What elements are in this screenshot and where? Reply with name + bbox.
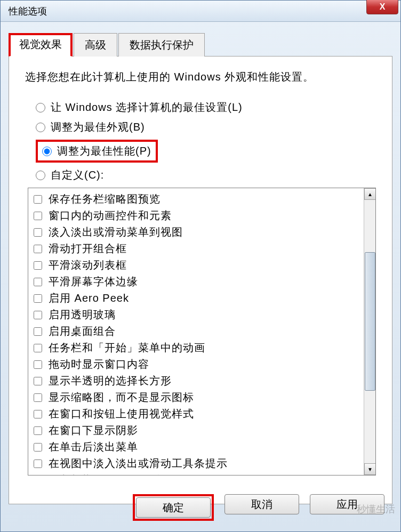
checkbox-input[interactable] <box>34 278 42 286</box>
radio-custom-label: 自定义(C): <box>51 168 104 182</box>
checkbox-item[interactable]: 启用桌面组合 <box>34 323 370 340</box>
checkbox-input[interactable] <box>34 195 42 204</box>
checkbox-item[interactable]: 窗口内的动画控件和元素 <box>34 207 370 224</box>
tab-advanced[interactable]: 高级 <box>74 33 117 57</box>
checkbox-label: 在单击后淡出菜单 <box>49 440 138 454</box>
radio-best-appearance-label: 调整为最佳外观(B) <box>51 120 145 134</box>
radio-auto-label: 让 Windows 选择计算机的最佳设置(L) <box>51 100 243 115</box>
checkbox-item[interactable]: 显示半透明的选择长方形 <box>34 373 370 389</box>
checkbox-label: 在窗口和按钮上使用视觉样式 <box>49 407 194 421</box>
checkbox-label: 启用 Aero Peek <box>49 291 129 305</box>
checkbox-label: 启用透明玻璃 <box>49 308 116 322</box>
checkbox-label: 滑动打开组合框 <box>49 241 127 256</box>
checkbox-item[interactable]: 淡入淡出或滑动菜单到视图 <box>34 224 370 240</box>
chevron-down-icon: ▼ <box>367 466 373 472</box>
checkbox-input[interactable] <box>34 443 42 452</box>
performance-options-window: 性能选项 X 视觉效果 高级 数据执行保护 选择您想在此计算机上使用的 Wind… <box>0 0 401 532</box>
tab-dep[interactable]: 数据执行保护 <box>118 33 205 57</box>
checkbox-input[interactable] <box>34 245 42 253</box>
radio-best-performance[interactable]: 调整为最佳性能(P) <box>36 140 158 163</box>
checkbox-item[interactable]: 保存任务栏缩略图预览 <box>34 191 370 207</box>
checkbox-item[interactable]: 在窗口下显示阴影 <box>34 422 370 439</box>
checkbox-input[interactable] <box>34 460 42 468</box>
checkbox-item[interactable]: 平滑屏幕字体边缘 <box>34 273 370 290</box>
tab-strip: 视觉效果 高级 数据执行保护 <box>9 33 392 57</box>
checkbox-input[interactable] <box>34 228 42 237</box>
checkbox-input[interactable] <box>34 360 42 369</box>
content-area: 视觉效果 高级 数据执行保护 选择您想在此计算机上使用的 Windows 外观和… <box>1 22 400 504</box>
instruction-text: 选择您想在此计算机上使用的 Windows 外观和性能设置。 <box>25 70 376 84</box>
checkbox-item[interactable]: 显示缩略图，而不是显示图标 <box>34 389 370 406</box>
checkbox-input[interactable] <box>34 311 42 319</box>
titlebar: 性能选项 X <box>1 1 400 22</box>
checkbox-label: 在窗口下显示阴影 <box>49 423 138 438</box>
checkbox-label: 淡入淡出或滑动菜单到视图 <box>49 225 183 239</box>
scrollbar[interactable]: ▲ ▼ <box>364 188 375 475</box>
radio-best-performance-label: 调整为最佳性能(P) <box>57 144 151 158</box>
scroll-down-button[interactable]: ▼ <box>364 463 376 475</box>
checkbox-label: 显示半透明的选择长方形 <box>49 374 172 388</box>
checkbox-input[interactable] <box>34 327 42 336</box>
window-title: 性能选项 <box>9 5 47 18</box>
checkbox-list: 保存任务栏缩略图预览窗口内的动画控件和元素淡入淡出或滑动菜单到视图滑动打开组合框… <box>28 188 376 475</box>
tab-panel-visual: 选择您想在此计算机上使用的 Windows 外观和性能设置。 让 Windows… <box>9 57 392 504</box>
radio-auto-input[interactable] <box>36 103 45 112</box>
checkbox-label: 平滑屏幕字体边缘 <box>49 275 138 289</box>
tab-visual-effects[interactable]: 视觉效果 <box>9 33 73 57</box>
checkbox-label: 在视图中淡入淡出或滑动工具条提示 <box>49 456 228 471</box>
radio-best-appearance-input[interactable] <box>36 123 45 132</box>
checkbox-label: 任务栏和「开始」菜单中的动画 <box>49 341 205 355</box>
radio-best-appearance[interactable]: 调整为最佳外观(B) <box>36 120 376 134</box>
chevron-up-icon: ▲ <box>367 191 373 197</box>
radio-custom-input[interactable] <box>36 171 45 180</box>
scroll-thumb[interactable] <box>365 252 375 391</box>
checkbox-label: 保存任务栏缩略图预览 <box>49 192 161 206</box>
radio-best-performance-row: 调整为最佳性能(P) <box>36 140 376 163</box>
close-icon: X <box>380 2 386 12</box>
ok-button[interactable]: 确定 <box>136 497 211 518</box>
checkbox-input[interactable] <box>34 294 42 303</box>
checkbox-input[interactable] <box>34 426 42 435</box>
checkbox-item[interactable]: 滑动打开组合框 <box>34 240 370 257</box>
checkbox-item[interactable]: 平滑滚动列表框 <box>34 257 370 273</box>
ok-button-highlight: 确定 <box>133 494 214 521</box>
checkbox-label: 在鼠标指针下显示阴影 <box>49 473 161 475</box>
cancel-button[interactable]: 取消 <box>224 494 299 514</box>
radio-best-performance-input[interactable] <box>42 147 52 156</box>
radio-auto[interactable]: 让 Windows 选择计算机的最佳设置(L) <box>36 100 376 115</box>
button-bar: 确定 取消 应用 <box>133 494 384 521</box>
checkbox-input[interactable] <box>34 344 42 352</box>
checkbox-item[interactable]: 启用 Aero Peek <box>34 290 370 307</box>
checkbox-input[interactable] <box>34 393 42 402</box>
checkbox-label: 拖动时显示窗口内容 <box>49 357 149 372</box>
checkbox-label: 显示缩略图，而不是显示图标 <box>49 390 194 405</box>
apply-button[interactable]: 应用 <box>310 494 384 514</box>
checkbox-list-inner: 保存任务栏缩略图预览窗口内的动画控件和元素淡入淡出或滑动菜单到视图滑动打开组合框… <box>28 188 375 475</box>
checkbox-input[interactable] <box>34 212 42 220</box>
checkbox-input[interactable] <box>34 261 42 270</box>
checkbox-label: 平滑滚动列表框 <box>49 258 127 272</box>
checkbox-item[interactable]: 在鼠标指针下显示阴影 <box>34 472 370 475</box>
checkbox-item[interactable]: 拖动时显示窗口内容 <box>34 356 370 373</box>
checkbox-item[interactable]: 在窗口和按钮上使用视觉样式 <box>34 406 370 422</box>
checkbox-item[interactable]: 在视图中淡入淡出或滑动工具条提示 <box>34 455 370 472</box>
checkbox-label: 启用桌面组合 <box>49 324 116 338</box>
checkbox-input[interactable] <box>34 410 42 418</box>
checkbox-input[interactable] <box>34 377 42 385</box>
checkbox-item[interactable]: 任务栏和「开始」菜单中的动画 <box>34 340 370 356</box>
checkbox-item[interactable]: 启用透明玻璃 <box>34 307 370 323</box>
checkbox-label: 窗口内的动画控件和元素 <box>49 208 172 223</box>
checkbox-item[interactable]: 在单击后淡出菜单 <box>34 439 370 455</box>
scroll-up-button[interactable]: ▲ <box>364 188 376 200</box>
radio-custom[interactable]: 自定义(C): <box>36 168 376 182</box>
close-button[interactable]: X <box>366 0 398 14</box>
radio-group: 让 Windows 选择计算机的最佳设置(L) 调整为最佳外观(B) 调整为最佳… <box>36 100 376 182</box>
